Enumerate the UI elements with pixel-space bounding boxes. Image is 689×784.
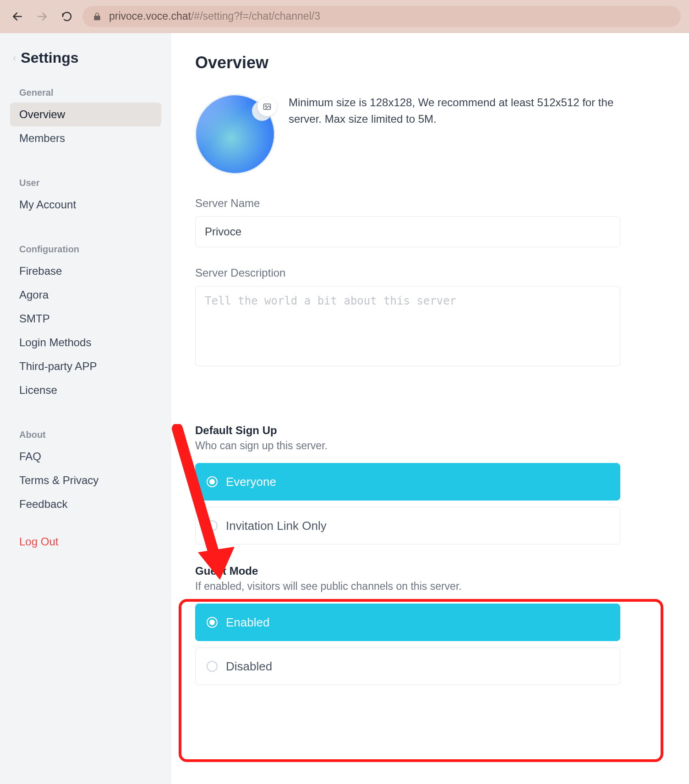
radio-icon (207, 520, 218, 531)
signup-option-label: Everyone (226, 475, 276, 489)
sidebar-item-feedback[interactable]: Feedback (10, 492, 161, 516)
sidebar-item-login-methods[interactable]: Login Methods (10, 331, 161, 354)
url-text: privoce.voce.chat/#/setting?f=/chat/chan… (109, 10, 320, 22)
avatar-recommendation-text: Minimum size is 128x128, We recommend at… (289, 94, 628, 174)
signup-option-invitation-only[interactable]: Invitation Link Only (195, 507, 620, 544)
sidebar-item-terms-privacy[interactable]: Terms & Privacy (10, 468, 161, 492)
svg-point-3 (265, 106, 267, 107)
guest-mode-title: Guest Mode (195, 565, 665, 577)
sidebar-item-overview[interactable]: Overview (10, 103, 161, 126)
sidebar-item-agora[interactable]: Agora (10, 283, 161, 307)
guest-mode-subtitle: If enabled, visitors will see public cha… (195, 580, 665, 593)
settings-back[interactable]: ‹ Settings (13, 49, 161, 66)
guest-mode-option-enabled[interactable]: Enabled (195, 604, 620, 641)
default-signup-title: Default Sign Up (195, 424, 665, 437)
sidebar-item-my-account[interactable]: My Account (10, 193, 161, 217)
default-signup-subtitle: Who can sign up this server. (195, 440, 665, 452)
main-content: Overview Minimum size is 128x128, We rec… (171, 33, 689, 784)
signup-option-label: Invitation Link Only (226, 519, 327, 533)
group-label-general: General (19, 87, 161, 98)
address-bar[interactable]: privoce.voce.chat/#/setting?f=/chat/chan… (82, 6, 681, 27)
server-description-label: Server Description (195, 267, 665, 279)
server-description-input[interactable] (195, 286, 620, 366)
guest-mode-option-disabled[interactable]: Disabled (195, 648, 620, 685)
page-title: Overview (195, 53, 665, 72)
server-avatar[interactable] (195, 94, 275, 174)
radio-icon (207, 617, 218, 628)
sidebar-item-third-party-app[interactable]: Third-party APP (10, 354, 161, 378)
sidebar-item-members[interactable]: Members (10, 126, 161, 150)
upload-image-icon[interactable] (257, 97, 277, 116)
reload-icon[interactable] (58, 7, 76, 26)
sidebar-item-logout[interactable]: Log Out (10, 530, 161, 554)
server-name-label: Server Name (195, 197, 665, 210)
sidebar: ‹ Settings General Overview Members User… (0, 33, 171, 784)
sidebar-item-faq[interactable]: FAQ (10, 445, 161, 468)
chevron-left-icon: ‹ (13, 52, 16, 64)
group-label-about: About (19, 430, 161, 440)
browser-bar: privoce.voce.chat/#/setting?f=/chat/chan… (0, 0, 689, 33)
sidebar-item-firebase[interactable]: Firebase (10, 259, 161, 283)
signup-option-everyone[interactable]: Everyone (195, 463, 620, 501)
lock-icon (93, 12, 102, 21)
back-icon[interactable] (8, 7, 27, 26)
sidebar-item-license[interactable]: License (10, 378, 161, 402)
sidebar-item-smtp[interactable]: SMTP (10, 307, 161, 331)
guest-mode-option-label: Disabled (226, 659, 272, 674)
radio-icon (207, 476, 218, 487)
group-label-user: User (19, 178, 161, 188)
guest-mode-option-label: Enabled (226, 615, 269, 630)
forward-icon[interactable] (33, 7, 51, 26)
settings-title: Settings (21, 49, 78, 66)
server-name-input[interactable] (195, 216, 620, 247)
radio-icon (207, 661, 218, 672)
group-label-configuration: Configuration (19, 244, 161, 255)
